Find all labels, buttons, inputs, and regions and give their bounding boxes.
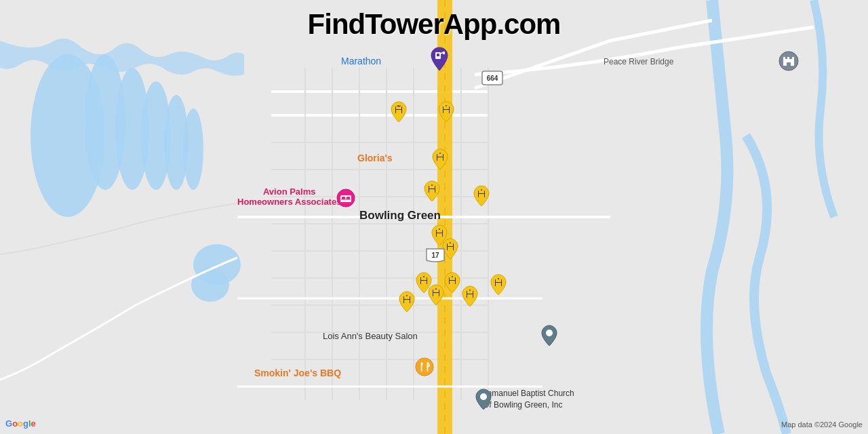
fort-marker[interactable] — [778, 51, 799, 74]
restaurant-marker[interactable] — [415, 355, 437, 377]
smokin-joes-label[interactable]: Smokin' Joe's BBQ — [254, 368, 341, 378]
bowling-green-label[interactable]: Bowling Green — [359, 209, 441, 222]
svg-rect-35 — [443, 52, 445, 54]
svg-rect-43 — [787, 62, 791, 66]
tower-marker-11[interactable] — [460, 285, 479, 308]
location-marker-immanuel[interactable] — [475, 388, 492, 414]
svg-rect-53 — [340, 199, 351, 202]
google-logo: Google — [5, 418, 36, 429]
svg-rect-55 — [347, 197, 350, 199]
tower-marker-3[interactable] — [431, 148, 450, 171]
immanuel-baptist-label[interactable]: Immanuel Baptist Church Of Bowling Green… — [483, 388, 574, 411]
location-marker-lois-ann[interactable] — [540, 324, 558, 350]
svg-point-72 — [480, 393, 487, 400]
svg-point-8 — [191, 268, 229, 302]
tower-marker-12[interactable] — [397, 290, 416, 313]
svg-rect-33 — [437, 54, 439, 56]
peace-river-bridge-label[interactable]: Peace River Bridge — [604, 57, 673, 66]
lois-ann-label[interactable]: Lois Ann's Beauty Salon — [323, 331, 418, 341]
hotel-marker[interactable] — [336, 189, 355, 210]
map-copyright: Map data ©2024 Google — [781, 420, 863, 429]
marathon-label[interactable]: Marathon — [341, 56, 381, 66]
tower-marker-5[interactable] — [472, 184, 491, 208]
svg-rect-42 — [792, 57, 794, 60]
tower-marker-13[interactable] — [489, 273, 508, 296]
tower-marker-1[interactable] — [389, 100, 408, 123]
gas-station-marker[interactable] — [429, 46, 450, 72]
svg-rect-54 — [342, 197, 345, 199]
svg-text:17: 17 — [431, 252, 439, 259]
route-664-shield: 664 — [481, 71, 503, 88]
svg-text:664: 664 — [487, 75, 498, 82]
map-container[interactable]: FindTowerApp.com Marathon 664 Peace Rive… — [0, 0, 868, 434]
route-17-shield: 17 — [425, 248, 446, 266]
svg-point-66 — [546, 330, 553, 336]
tower-marker-10[interactable] — [443, 271, 462, 294]
tower-marker-2[interactable] — [437, 100, 456, 123]
svg-rect-40 — [783, 57, 785, 60]
avion-palms-label[interactable]: Avion Palms Homeowners Associates — [237, 186, 341, 207]
svg-point-6 — [183, 108, 203, 190]
svg-rect-41 — [787, 57, 789, 60]
site-title: FindTowerApp.com — [308, 8, 561, 41]
glorias-label[interactable]: Gloria's — [357, 153, 393, 163]
tower-marker-4[interactable] — [422, 180, 441, 203]
svg-point-67 — [416, 358, 433, 376]
